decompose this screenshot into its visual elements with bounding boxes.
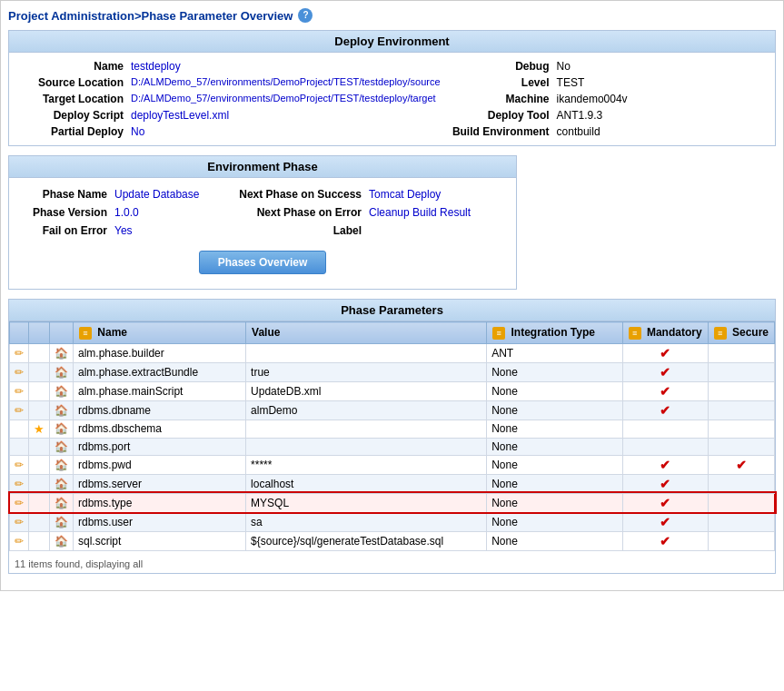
- col-header-mandatory[interactable]: ≡ Mandatory: [622, 322, 708, 344]
- edit-icon-cell[interactable]: ✏: [10, 381, 29, 400]
- label-value: [365, 222, 505, 240]
- home-icon-cell: 🏠: [50, 400, 74, 420]
- param-mandatory: ✔: [622, 512, 708, 531]
- pencil-icon[interactable]: ✏: [15, 497, 24, 509]
- param-name: rdbms.user: [74, 512, 246, 531]
- param-integration-type: None: [487, 493, 622, 512]
- param-mandatory: [622, 420, 708, 438]
- name-col-icon: ≡: [79, 327, 92, 340]
- col-header-value[interactable]: Value: [246, 322, 487, 344]
- star-icon-cell[interactable]: [29, 493, 50, 512]
- home-icon: 🏠: [55, 497, 68, 509]
- table-row[interactable]: ✏🏠rdbms.usersaNone✔: [10, 512, 775, 531]
- param-secure: [708, 512, 774, 531]
- star-icon-cell[interactable]: [29, 343, 50, 362]
- environment-phase-table: Phase Name Update Database Next Phase on…: [20, 185, 505, 240]
- edit-icon-cell[interactable]: ✏: [10, 400, 29, 420]
- param-mandatory: ✔: [622, 531, 708, 550]
- star-icon-cell[interactable]: [29, 455, 50, 474]
- partial-deploy-label: Partial Deploy: [18, 123, 127, 140]
- table-row[interactable]: ✏🏠alm.phase.extractBundletrueNone✔: [10, 362, 775, 381]
- pencil-icon[interactable]: ✏: [15, 535, 24, 548]
- edit-icon-cell[interactable]: [10, 438, 29, 455]
- star-icon-cell[interactable]: [29, 381, 50, 400]
- star-icon-cell[interactable]: [29, 531, 50, 550]
- machine-value: ikandemo004v: [553, 91, 766, 107]
- star-icon-cell[interactable]: [29, 474, 50, 493]
- build-environment-label: Build Environment: [444, 123, 553, 140]
- param-mandatory: [622, 438, 708, 455]
- home-icon-cell: 🏠: [50, 381, 74, 400]
- pencil-icon[interactable]: ✏: [15, 516, 24, 528]
- check-icon: ✔: [660, 384, 670, 399]
- edit-icon-cell[interactable]: ✏: [10, 512, 29, 531]
- label-label: Label: [229, 222, 365, 240]
- edit-icon-cell[interactable]: [10, 420, 29, 438]
- home-icon: 🏠: [55, 440, 68, 453]
- help-icon[interactable]: ?: [298, 8, 313, 23]
- param-integration-type: None: [487, 474, 622, 493]
- param-name: sql.script: [74, 531, 246, 550]
- star-icon-cell[interactable]: ★: [29, 420, 50, 438]
- check-icon: ✔: [660, 477, 670, 491]
- pencil-icon[interactable]: ✏: [15, 478, 24, 490]
- table-row[interactable]: 🏠rdbms.portNone: [10, 438, 775, 455]
- star-icon-cell[interactable]: [29, 400, 50, 420]
- params-footer: 11 items found, displaying all: [9, 555, 775, 573]
- edit-icon-cell[interactable]: ✏: [10, 362, 29, 381]
- param-value: true: [246, 362, 487, 381]
- deploy-tool-value: ANT1.9.3: [553, 107, 766, 123]
- edit-icon-cell[interactable]: ✏: [10, 455, 29, 474]
- home-icon-cell: 🏠: [50, 420, 74, 438]
- star-icon-cell[interactable]: [29, 512, 50, 531]
- check-icon: ✔: [660, 365, 670, 380]
- table-row[interactable]: ✏🏠rdbms.serverlocalhostNone✔: [10, 474, 775, 493]
- pencil-icon[interactable]: ✏: [15, 459, 24, 471]
- next-phase-error-label: Next Phase on Error: [229, 203, 365, 222]
- star-icon-cell[interactable]: [29, 362, 50, 381]
- table-row[interactable]: ✏🏠alm.phase.mainScriptUpdateDB.xmlNone✔: [10, 381, 775, 400]
- table-row[interactable]: ✏🏠rdbms.dbnamealmDemoNone✔: [10, 400, 775, 420]
- table-row[interactable]: ★🏠rdbms.dbschemaNone: [10, 420, 775, 438]
- fail-on-error-value: Yes: [111, 222, 229, 240]
- table-row[interactable]: ✏🏠rdbms.typeMYSQLNone✔: [10, 493, 775, 512]
- home-icon: 🏠: [55, 478, 68, 490]
- pencil-icon[interactable]: ✏: [15, 347, 24, 360]
- deploy-environment-table: Name testdeploy Debug No Source Location…: [18, 58, 766, 140]
- pencil-icon[interactable]: ✏: [15, 385, 24, 398]
- home-icon-cell: 🏠: [50, 474, 74, 493]
- param-name: rdbms.type: [74, 493, 246, 512]
- col-header-name[interactable]: ≡ Name: [74, 322, 246, 344]
- param-integration-type: None: [487, 381, 622, 400]
- edit-icon-cell[interactable]: ✏: [10, 343, 29, 362]
- phases-overview-button[interactable]: Phases Overview: [199, 251, 327, 274]
- col-header-integration-type[interactable]: ≡ Integration Type: [487, 322, 622, 344]
- param-value: [246, 438, 487, 455]
- page-wrapper: Project Administration>Phase Parameter O…: [0, 0, 784, 591]
- check-icon: ✔: [660, 515, 670, 529]
- debug-label: Debug: [444, 58, 553, 74]
- col-header-secure[interactable]: ≡ Secure: [708, 322, 774, 344]
- edit-icon-cell[interactable]: ✏: [10, 493, 29, 512]
- name-label: Name: [18, 58, 127, 74]
- target-location-label: Target Location: [18, 91, 127, 107]
- param-mandatory: ✔: [622, 474, 708, 493]
- table-row[interactable]: ✏🏠rdbms.pwd*****None✔✔: [10, 455, 775, 474]
- pencil-icon[interactable]: ✏: [15, 404, 24, 417]
- deploy-tool-label: Deploy Tool: [444, 107, 553, 123]
- param-secure: [708, 362, 774, 381]
- star-icon-cell[interactable]: [29, 438, 50, 455]
- param-integration-type: None: [487, 420, 622, 438]
- param-integration-type: None: [487, 455, 622, 474]
- edit-icon-cell[interactable]: ✏: [10, 474, 29, 493]
- home-icon: 🏠: [55, 404, 68, 417]
- table-row[interactable]: ✏🏠sql.script${source}/sql/generateTestDa…: [10, 531, 775, 550]
- secure-col-icon: ≡: [714, 327, 727, 340]
- home-icon: 🏠: [55, 422, 68, 435]
- fail-on-error-label: Fail on Error: [20, 222, 111, 240]
- home-icon-cell: 🏠: [50, 455, 74, 474]
- pencil-icon[interactable]: ✏: [15, 366, 24, 379]
- table-row[interactable]: ✏🏠alm.phase.builderANT✔: [10, 343, 775, 362]
- edit-icon-cell[interactable]: ✏: [10, 531, 29, 550]
- environment-phase-header: Environment Phase: [9, 156, 516, 178]
